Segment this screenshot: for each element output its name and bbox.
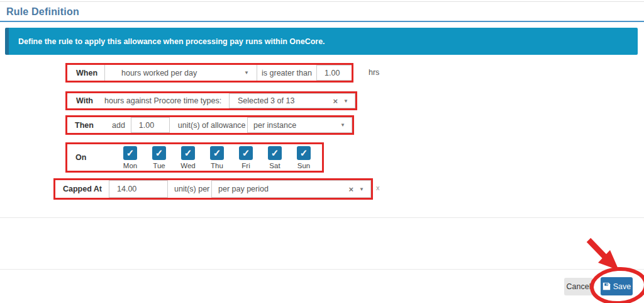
- day-checkbox-sat[interactable]: ✓: [268, 146, 282, 160]
- day-label: Fri: [242, 162, 250, 169]
- day-checkbox-fri[interactable]: ✓: [239, 146, 253, 160]
- info-banner: Define the rule to apply this allowance …: [5, 28, 638, 55]
- day-column-sat: ✓ Sat: [260, 146, 289, 169]
- capped-at-row-highlight: Capped At unit(s) per per pay period × ▼: [53, 178, 373, 200]
- then-label: Then: [67, 121, 105, 130]
- then-row-highlight: Then add unit(s) of allowance per instan…: [65, 115, 354, 135]
- rule-definition-panel: Rule Definition Define the rule to apply…: [0, 0, 644, 303]
- day-checkbox-tue[interactable]: ✓: [152, 146, 166, 160]
- day-column-sun: ✓ Sun: [289, 146, 318, 169]
- time-types-multiselect[interactable]: Selected 3 of 13 × ▼: [229, 93, 355, 108]
- then-action-label: add: [112, 121, 125, 130]
- then-frequency-value: per instance: [253, 121, 296, 130]
- when-condition-select[interactable]: hours worked per day ▼: [104, 65, 257, 81]
- check-icon: ✓: [155, 148, 164, 157]
- caret-down-icon: ▼: [340, 122, 345, 128]
- clear-icon[interactable]: ×: [333, 97, 338, 105]
- cancel-button-label: Cancel: [567, 282, 591, 291]
- separator-line: [0, 269, 644, 270]
- on-row-highlight: On ✓ Mon ✓ Tue ✓ Wed ✓ Thu ✓ Fri: [65, 142, 324, 173]
- then-frequency-select[interactable]: per instance ▼: [247, 117, 352, 133]
- check-icon: ✓: [213, 148, 221, 157]
- separator-line: [0, 217, 644, 218]
- then-description: unit(s) of allowance: [178, 121, 246, 130]
- day-label: Mon: [123, 162, 137, 169]
- caret-down-icon: ▼: [359, 186, 364, 192]
- day-checkbox-mon[interactable]: ✓: [123, 146, 137, 160]
- day-column-thu: ✓ Thu: [203, 146, 231, 169]
- check-icon: ✓: [126, 148, 135, 157]
- day-label: Thu: [211, 162, 223, 169]
- with-row-highlight: With hours against Procore time types: S…: [65, 91, 357, 110]
- caret-down-icon: ▼: [343, 98, 348, 104]
- day-column-wed: ✓ Wed: [174, 146, 203, 169]
- day-checkbox-thu[interactable]: ✓: [210, 146, 224, 160]
- check-icon: ✓: [242, 148, 250, 157]
- capped-at-description: unit(s) per: [174, 185, 209, 193]
- check-icon: ✓: [300, 148, 308, 157]
- red-arrow-shaft: [589, 240, 606, 258]
- when-condition-value: hours worked per day: [121, 69, 197, 77]
- save-button-label: Save: [613, 282, 631, 291]
- hrs-suffix-label: hrs: [369, 68, 379, 77]
- when-value-input[interactable]: [316, 65, 352, 81]
- day-label: Tue: [153, 162, 165, 169]
- page-title: Rule Definition: [6, 6, 79, 18]
- time-types-selection: Selected 3 of 13: [238, 96, 333, 105]
- when-row-highlight: When hours worked per day ▼ is greater t…: [65, 63, 353, 83]
- day-checkbox-wed[interactable]: ✓: [181, 146, 195, 160]
- when-label: When: [67, 69, 104, 77]
- capped-at-period-value: per pay period: [218, 185, 348, 193]
- check-icon: ✓: [184, 148, 192, 157]
- check-icon: ✓: [271, 148, 279, 157]
- day-column-fri: ✓ Fri: [231, 146, 260, 169]
- capped-at-label: Capped At: [55, 185, 109, 193]
- day-column-tue: ✓ Tue: [145, 146, 174, 169]
- on-label: On: [67, 153, 116, 162]
- day-column-mon: ✓ Mon: [116, 146, 145, 169]
- day-label: Sat: [269, 162, 280, 169]
- day-label: Sun: [297, 162, 310, 169]
- red-arrow-head: [598, 250, 619, 270]
- day-checkbox-group: ✓ Mon ✓ Tue ✓ Wed ✓ Thu ✓ Fri ✓ Sat: [116, 146, 318, 169]
- title-underline: [0, 21, 644, 22]
- day-label: Wed: [180, 162, 195, 169]
- day-checkbox-sun[interactable]: ✓: [297, 146, 311, 160]
- clear-icon[interactable]: ×: [348, 185, 353, 193]
- with-label: With: [67, 96, 104, 105]
- cancel-button[interactable]: Cancel: [564, 278, 593, 295]
- when-operator-label: is greater than: [257, 65, 316, 81]
- info-banner-text: Define the rule to apply this allowance …: [18, 37, 325, 46]
- caret-down-icon: ▼: [244, 70, 249, 76]
- stray-x-text: x: [376, 184, 380, 192]
- capped-at-period-select[interactable]: per pay period × ▼: [211, 180, 371, 198]
- capped-at-value-input[interactable]: [109, 180, 168, 198]
- top-divider: [0, 1, 644, 2]
- save-button[interactable]: Save: [601, 277, 633, 295]
- then-units-input[interactable]: [131, 117, 170, 133]
- save-icon: [602, 282, 611, 290]
- with-description: hours against Procore time types:: [104, 96, 221, 105]
